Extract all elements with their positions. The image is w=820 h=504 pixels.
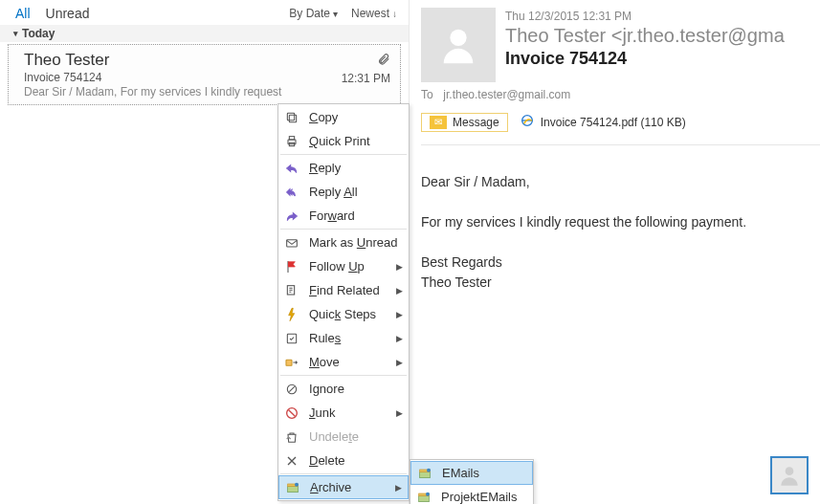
- attachment-file-label: Invoice 754124.pdf (110 KB): [541, 116, 686, 129]
- find-icon: [282, 282, 301, 299]
- chevron-right-icon: ▶: [396, 262, 403, 272]
- message-time: 12:31 PM: [342, 72, 390, 85]
- context-menu: CopyQuick PrintReplyReply AllForwardMark…: [277, 103, 410, 501]
- context-menu-item-label: Move: [309, 355, 385, 369]
- reading-subject: Invoice 754124: [505, 49, 820, 69]
- context-menu-item-move[interactable]: Move▶: [278, 350, 409, 374]
- copy-icon: [282, 109, 301, 126]
- context-menu-item-label: Mark as Unread: [309, 235, 403, 250]
- chevron-right-icon: ▶: [395, 483, 402, 493]
- context-menu-item-label: Junk: [309, 405, 385, 420]
- envelope-icon: ✉: [430, 116, 447, 129]
- chevron-right-icon: ▶: [396, 286, 403, 296]
- context-menu-item-archive[interactable]: Archive▶: [278, 475, 409, 499]
- message-from: Theo Tester: [24, 51, 390, 70]
- context-menu-item-label: Quick Print: [309, 134, 403, 148]
- context-menu-item-label: Rules: [309, 331, 385, 345]
- body-line: Dear Sir / Madam,: [421, 172, 810, 192]
- attachment-file[interactable]: Invoice 754124.pdf (110 KB): [514, 111, 692, 133]
- attachment-message[interactable]: ✉ Message: [421, 113, 508, 132]
- context-menu-item-delete[interactable]: Delete: [278, 449, 409, 472]
- chevron-down-icon: ▾: [333, 9, 338, 19]
- people-pane-avatar[interactable]: [770, 456, 809, 494]
- context-menu-item-label: Find Related: [309, 283, 385, 297]
- context-menu-item-find-related[interactable]: Find Related▶: [278, 278, 409, 302]
- archive-icon: [415, 465, 434, 482]
- context-menu-item-ignore[interactable]: Ignore: [278, 377, 409, 401]
- chevron-down-icon: ▾: [13, 29, 18, 38]
- filter-bar: All Unread By Date ▾ Newest ↓: [0, 0, 409, 25]
- context-menu-item-junk[interactable]: Junk▶: [278, 401, 409, 425]
- flag-icon: [282, 258, 301, 275]
- reply-icon: [282, 160, 301, 177]
- quickprint-icon: [282, 133, 301, 150]
- context-menu-item-quick-steps[interactable]: Quick Steps▶: [278, 302, 409, 326]
- reading-header-text: Thu 12/3/2015 12:31 PM Theo Tester <jr.t…: [505, 8, 820, 82]
- svg-point-21: [426, 492, 430, 495]
- context-submenu-item-emails[interactable]: EMails: [410, 461, 533, 485]
- svg-point-18: [427, 468, 431, 471]
- context-submenu-item-label: ProjektEMails: [441, 490, 527, 504]
- svg-rect-3: [287, 113, 294, 120]
- sort-newest[interactable]: Newest ↓: [351, 7, 397, 20]
- to-label: To: [421, 88, 440, 101]
- context-menu-separator: [280, 154, 407, 155]
- message-preview: Dear Sir / Madam, For my services I kind…: [24, 85, 390, 99]
- context-menu-item-label: Ignore: [309, 382, 403, 396]
- svg-rect-2: [289, 115, 296, 121]
- sort-newest-label: Newest: [351, 7, 389, 20]
- message-meta: 12:31 PM: [342, 53, 390, 85]
- context-menu-item-copy[interactable]: Copy: [278, 105, 409, 129]
- delete-icon: [282, 452, 301, 470]
- context-menu-item-follow-up[interactable]: Follow Up▶: [278, 254, 409, 278]
- svg-rect-5: [289, 136, 294, 139]
- reading-date: Thu 12/3/2015 12:31 PM: [505, 10, 820, 23]
- context-menu-item-quick-print[interactable]: Quick Print: [278, 129, 409, 153]
- separator: [421, 144, 820, 145]
- svg-rect-16: [420, 471, 431, 477]
- context-menu-item-reply[interactable]: Reply: [278, 156, 409, 180]
- context-menu-item-label: Reply All: [309, 185, 403, 199]
- chevron-right-icon: ▶: [396, 334, 403, 343]
- svg-point-0: [450, 30, 466, 46]
- context-menu-item-label: Follow Up: [309, 259, 385, 274]
- body-line: Theo Tester: [421, 273, 810, 293]
- context-menu-item-forward[interactable]: Forward: [278, 204, 409, 228]
- svg-point-15: [295, 482, 299, 486]
- move-icon: [282, 354, 301, 371]
- filter-tabs: All Unread: [15, 6, 289, 21]
- filter-tab-all[interactable]: All: [15, 6, 31, 21]
- archive-icon: [414, 489, 433, 505]
- context-menu-item-rules[interactable]: Rules▶: [278, 326, 409, 350]
- svg-rect-7: [287, 239, 298, 246]
- sort-by-date[interactable]: By Date ▾: [289, 7, 338, 20]
- context-menu-item-reply-all[interactable]: Reply All: [278, 180, 409, 204]
- context-menu-separator: [280, 473, 407, 474]
- context-menu-item-undelete: Undelete: [278, 425, 409, 449]
- markunread-icon: [282, 234, 301, 252]
- reading-pane: Thu 12/3/2015 12:31 PM Theo Tester <jr.t…: [410, 0, 820, 504]
- reading-body: Dear Sir / Madam, For my services I kind…: [421, 172, 820, 293]
- attachment-message-label: Message: [453, 116, 499, 129]
- context-menu-separator: [280, 229, 407, 230]
- sort-by-date-label: By Date: [289, 7, 330, 20]
- context-menu-item-label: Reply: [309, 161, 403, 175]
- message-list-item[interactable]: Theo Tester Invoice 754124 Dear Sir / Ma…: [8, 44, 401, 105]
- context-menu-item-label: Forward: [309, 208, 403, 223]
- archive-icon: [283, 479, 302, 496]
- chevron-right-icon: ▶: [396, 408, 403, 418]
- filter-tab-unread[interactable]: Unread: [46, 6, 90, 21]
- context-submenu-item-projektemails[interactable]: ProjektEMails: [410, 485, 533, 504]
- chevron-right-icon: ▶: [396, 310, 403, 319]
- context-menu-item-mark-as-unread[interactable]: Mark as Unread: [278, 230, 409, 254]
- svg-rect-13: [288, 486, 299, 492]
- context-menu-item-label: Undelete: [309, 429, 403, 444]
- ie-icon: [520, 113, 535, 131]
- svg-rect-10: [286, 360, 292, 365]
- context-menu-item-label: Quick Steps: [309, 307, 385, 321]
- context-submenu-archive: EMailsProjektEMails: [410, 459, 534, 504]
- group-header-today[interactable]: ▾ Today: [0, 25, 409, 42]
- chevron-right-icon: ▶: [396, 358, 403, 367]
- context-submenu-item-label: EMails: [442, 466, 526, 480]
- sender-avatar: [421, 8, 496, 82]
